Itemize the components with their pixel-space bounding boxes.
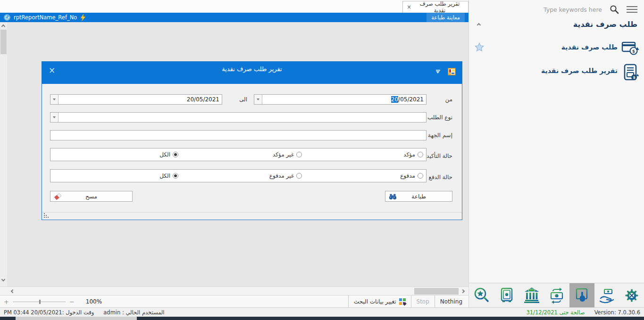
settings-tools-icon xyxy=(622,286,641,305)
search-input[interactable] xyxy=(531,6,602,13)
status-license-info: Version: 7.0.30.6 صالحة حتى 31/12/2021 xyxy=(526,308,640,317)
toolbar-button-search-favorites[interactable] xyxy=(469,283,494,307)
svg-text:$: $ xyxy=(632,49,635,54)
radio-circle-icon xyxy=(296,173,302,179)
change-search-button[interactable]: تغيير بيانات البحث xyxy=(348,295,411,307)
stop-button[interactable]: Stop xyxy=(411,295,435,307)
vertical-scrollbar[interactable] xyxy=(0,22,7,287)
clear-button[interactable]: مسح xyxy=(50,191,133,202)
radio-unpaid[interactable]: غير مدفوع xyxy=(269,172,302,179)
tab-close-icon[interactable]: × xyxy=(407,4,411,10)
dialog-title: تقرير طلب صرف نقدية xyxy=(42,66,462,73)
toolbar-button-bank[interactable] xyxy=(519,283,544,307)
radio-paid[interactable]: مدفوع xyxy=(400,172,423,179)
stop-label: Stop xyxy=(417,298,429,305)
zoom-slider-thumb[interactable] xyxy=(39,300,41,304)
favorite-star-icon[interactable] xyxy=(475,42,484,51)
toolbar-button-safe[interactable] xyxy=(494,283,519,307)
confirm-status-group: مؤكد غير مؤكد الكل xyxy=(50,148,427,161)
form-icon xyxy=(448,68,456,75)
bank-icon xyxy=(522,286,541,305)
request-type-dropdown-button[interactable] xyxy=(50,113,59,122)
sidebar-item-cash-request[interactable]: $ طلب صرف نقدية xyxy=(469,38,644,59)
from-date-dropdown-button[interactable] xyxy=(254,95,262,104)
to-date-input[interactable]: 20/05/2021 xyxy=(50,94,222,105)
scroll-down-icon[interactable] xyxy=(1,278,5,281)
radio-label: غير مدفوع xyxy=(269,172,294,179)
from-date-input[interactable]: 20/05/2021 xyxy=(254,94,427,105)
radio-circle-icon xyxy=(173,152,178,157)
to-date-value: 20/05/2021 xyxy=(187,95,219,104)
status-bar: المستخدم الحالي : admin وقت الدخول :20/0… xyxy=(0,307,644,317)
report-filter-dialog: × تقرير طلب صرف نقدية من 20/05/2021 الى … xyxy=(42,61,462,220)
sidebar: طلب صرف نقدية $ طلب صرف نقدية $ xyxy=(468,0,644,307)
change-search-label: تغيير بيانات البحث xyxy=(354,298,396,305)
svg-text:$: $ xyxy=(633,75,635,80)
zoom-out-icon[interactable]: − xyxy=(69,298,75,305)
radio-label: الكل xyxy=(159,151,170,158)
chevron-down-icon xyxy=(257,98,259,100)
toolbar-button-settings-tools[interactable] xyxy=(619,283,644,307)
to-label: الى xyxy=(239,94,247,105)
radio-circle-icon xyxy=(418,173,423,179)
to-date-dropdown-button[interactable] xyxy=(50,95,59,104)
entity-name-input[interactable] xyxy=(50,130,427,140)
dialog-header[interactable]: × تقرير طلب صرف نقدية xyxy=(42,62,462,84)
clear-button-label: مسح xyxy=(85,193,97,200)
cash-request-icon: $ xyxy=(621,40,639,56)
change-search-icon xyxy=(399,298,406,305)
horizontal-scrollbar-thumb[interactable] xyxy=(414,288,459,295)
radio-label: مدفوع xyxy=(400,172,415,179)
zoom-value: 100% xyxy=(86,298,102,305)
cash-request-report-icon: $ xyxy=(622,64,639,82)
scroll-right-icon[interactable] xyxy=(461,289,465,293)
toolbar-button-currency-exchange[interactable] xyxy=(544,283,569,307)
nothing-label: Nothing xyxy=(440,298,462,305)
radio-confirm-all[interactable]: الكل xyxy=(159,151,178,158)
version-label: Version: 7.0.30.6 xyxy=(594,309,640,316)
print-button-label: طباعة xyxy=(411,193,426,200)
horizontal-scrollbar[interactable] xyxy=(0,287,468,295)
report-touch-icon xyxy=(572,286,591,305)
hand-payment-icon xyxy=(597,286,616,305)
radio-label: الكل xyxy=(159,172,170,179)
scroll-left-icon[interactable] xyxy=(11,289,15,293)
print-preview-menu[interactable]: معاينة طباعة xyxy=(427,13,465,22)
search-favorites-icon xyxy=(472,286,491,305)
radio-confirmed[interactable]: مؤكد xyxy=(403,151,423,158)
scroll-up-icon[interactable] xyxy=(1,25,5,28)
toolbar-button-hand-payment[interactable] xyxy=(594,283,619,307)
request-type-combo[interactable] xyxy=(50,112,427,123)
sidebar-item-cash-request-report[interactable]: $ تقرير طلب صرف نقدية xyxy=(469,61,644,83)
toolbar-button-report-touch[interactable] xyxy=(569,283,594,307)
currency-exchange-icon xyxy=(547,286,566,305)
tab-strip: × تقرير طلب صرف نقدية xyxy=(0,0,468,13)
current-user-label: المستخدم الحالي : admin xyxy=(103,309,164,316)
nothing-button[interactable]: Nothing xyxy=(435,295,468,307)
sidebar-bottom-toolbar xyxy=(469,283,644,307)
print-button[interactable]: طباعة xyxy=(385,191,452,202)
zoom-slider[interactable] xyxy=(13,302,66,302)
search-icon[interactable] xyxy=(610,5,619,14)
taskbar-segment xyxy=(16,317,137,320)
resize-grip[interactable] xyxy=(44,217,45,218)
document-tab[interactable]: × تقرير طلب صرف نقدية xyxy=(402,1,468,13)
eraser-icon xyxy=(54,193,62,200)
window-title-bar: rptReportName_Ref_No معاينة طباعة xyxy=(0,13,468,22)
zoom-in-icon[interactable]: + xyxy=(4,298,9,305)
zoom-controls: + − 100% xyxy=(4,295,102,308)
chevron-down-icon xyxy=(53,116,56,118)
preview-toolbar: + − 100% تغيير بيانات البحث Stop Nothing xyxy=(0,295,468,307)
radio-payment-all[interactable]: الكل xyxy=(159,172,178,179)
hamburger-menu-icon[interactable] xyxy=(627,6,637,13)
payment-status-label: حالة الدفع xyxy=(429,171,452,184)
lightning-icon xyxy=(80,14,86,21)
valid-until-label: صالحة حتى 31/12/2021 xyxy=(526,309,585,316)
confirm-status-label: حالة التأكيد xyxy=(427,149,452,163)
login-time-label: وقت الدخول :20/05/2021 03:44 PM xyxy=(4,309,94,316)
pin-icon[interactable] xyxy=(436,70,440,74)
binoculars-icon xyxy=(389,193,397,200)
radio-unconfirmed[interactable]: غير مؤكد xyxy=(273,151,302,158)
sidebar-section-header[interactable]: طلب صرف نقدية xyxy=(469,20,637,33)
vertical-scrollbar-thumb[interactable] xyxy=(0,30,7,54)
